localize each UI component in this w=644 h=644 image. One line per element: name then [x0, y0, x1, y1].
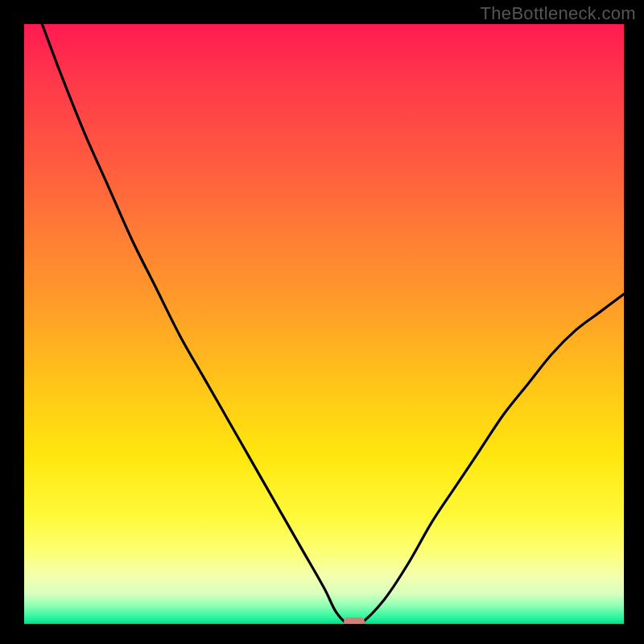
curve-layer	[24, 24, 624, 624]
minimum-marker	[344, 617, 365, 624]
bottleneck-curve	[42, 24, 624, 624]
chart-stage: TheBottleneck.com	[0, 0, 644, 644]
plot-area	[24, 24, 624, 624]
watermark-text: TheBottleneck.com	[481, 3, 636, 24]
